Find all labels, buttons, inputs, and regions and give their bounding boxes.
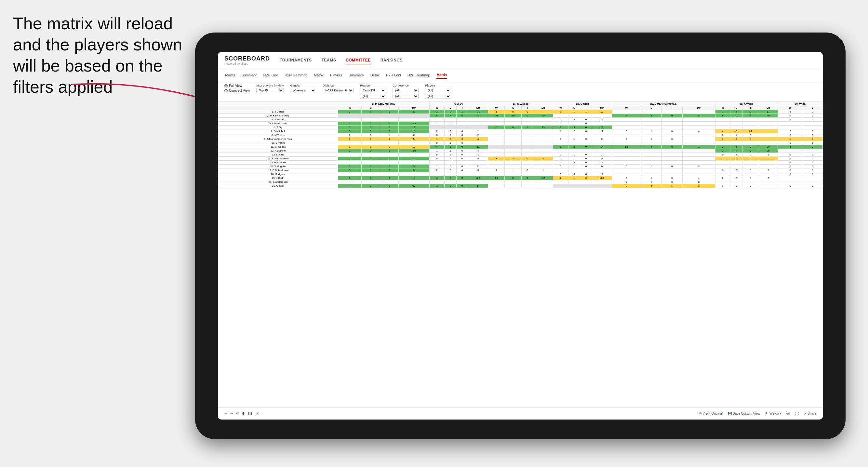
matrix-cell: 0 <box>778 161 803 164</box>
matrix-cell: 0 <box>580 145 592 149</box>
matrix-cell: 7 <box>338 126 361 129</box>
matrix-cell: 1 <box>568 110 580 114</box>
gender-select[interactable]: Women's <box>290 88 316 93</box>
watch-button[interactable]: 👁 Watch ▾ <box>765 412 781 415</box>
nav-teams[interactable]: TEAMS <box>322 57 336 64</box>
matrix-cell: 0 <box>661 145 682 149</box>
redo-button[interactable]: ↪ <box>230 412 233 415</box>
matrix-cell-empty <box>488 153 505 157</box>
matrix-cell: 1 <box>715 157 730 161</box>
players-select[interactable]: (All) <box>425 88 451 93</box>
matrix-cell: 1 <box>778 137 803 141</box>
row-player-name: 3. S Jelinek <box>218 118 338 122</box>
matrix-cell: 1 <box>715 110 730 114</box>
toolbar-left: ↩ ↪ ↺ ⚙ 🔲 🕐 <box>224 412 259 415</box>
matrix-cell: 0 <box>580 176 592 180</box>
matrix-cell-empty <box>553 114 568 118</box>
matrix-cell-empty <box>553 168 568 173</box>
matrix-cell-empty <box>759 161 778 164</box>
division-select[interactable]: NCAA Division II <box>322 88 353 93</box>
matrix-content[interactable]: 2. M Kelly Mulcahy 6. A Dy 11. G Woods 2… <box>218 102 823 407</box>
matrix-cell: 1 <box>521 126 533 129</box>
sub-nav-players[interactable]: Players <box>330 72 342 79</box>
matrix-cell: 0 <box>444 168 456 173</box>
matrix-cell: 2 <box>568 129 580 133</box>
filters-bar: Full View Compact View Max players in vi… <box>218 81 823 102</box>
matrix-cell: 0 <box>742 153 759 157</box>
matrix-cell-empty <box>612 118 641 122</box>
sub-nav-teams[interactable]: Teams <box>224 72 235 79</box>
sub-nav-h2h-grid2[interactable]: H2H Grid <box>386 72 401 79</box>
matrix-cell-empty <box>592 168 612 173</box>
matrix-cell: 2 <box>429 168 444 173</box>
logo-scoreboard: SCOREBOARD <box>224 55 270 62</box>
clock-button[interactable]: 🕐 <box>255 412 259 415</box>
full-view-radio[interactable] <box>224 84 228 88</box>
refresh-button[interactable]: ↺ <box>236 412 239 415</box>
matrix-cell: 2 <box>803 110 823 114</box>
matrix-cell: 4 <box>778 145 803 149</box>
matrix-cell: 1 <box>444 153 456 157</box>
nav-committee[interactable]: COMMITTEE <box>346 57 371 64</box>
matrix-cell: 1 <box>361 176 380 180</box>
region-sub-select[interactable]: (All) <box>360 94 386 99</box>
matrix-cell: 0 <box>456 164 468 168</box>
sub-nav-summary[interactable]: Summary <box>241 72 257 79</box>
matrix-cell-empty <box>612 133 641 137</box>
matrix-cell-empty <box>380 118 398 122</box>
annotation-text: The matrix will reload and the players s… <box>13 13 202 98</box>
full-view-option[interactable]: Full View <box>224 84 250 88</box>
zoom-button[interactable]: 🔲 <box>248 412 252 415</box>
matrix-cell: 1 <box>444 141 456 145</box>
matrix-cell-empty <box>444 126 456 129</box>
matrix-cell-empty <box>661 141 682 145</box>
sub-nav-detail[interactable]: Detail <box>370 72 379 79</box>
save-custom-button[interactable]: 💾 Save Custom View <box>728 412 760 415</box>
conference-select[interactable]: (All) <box>393 88 418 93</box>
matrix-cell-empty <box>398 161 429 164</box>
matrix-cell-empty <box>580 184 592 188</box>
matrix-cell: 1 <box>568 122 580 126</box>
matrix-cell: 2 <box>778 110 803 114</box>
row-player-name: 13. N Klug <box>218 153 338 157</box>
nav-tournaments[interactable]: TOURNAMENTS <box>280 57 312 64</box>
matrix-cell-empty <box>429 173 444 176</box>
region-select[interactable]: East - DII <box>360 88 386 93</box>
sub-nav-h2h-grid[interactable]: H2H Grid <box>263 72 278 79</box>
sub-nav-h2h-heatmap[interactable]: H2H Heatmap <box>285 72 307 79</box>
settings-button[interactable]: ⚙ <box>242 412 245 415</box>
matrix-cell-empty <box>742 122 759 126</box>
table-row: 8. M Torres0010010201000 <box>218 133 823 137</box>
nav-rankings[interactable]: RANKINGS <box>380 57 403 64</box>
compact-view-option[interactable]: Compact View <box>224 89 250 92</box>
matrix-cell-empty <box>533 118 553 122</box>
share-button[interactable]: ↗ Share <box>804 412 816 415</box>
matrix-cell-empty <box>612 110 641 114</box>
matrix-cell: 0 <box>456 114 468 118</box>
sh-l2: L <box>444 106 456 110</box>
players-sub-select[interactable]: (All) <box>425 94 451 99</box>
undo-button[interactable]: ↩ <box>224 412 227 415</box>
matrix-cell-empty <box>533 129 553 133</box>
sub-nav-h2h-heatmap2[interactable]: H2H Heatmap <box>407 72 430 79</box>
comment-button[interactable]: 💬 <box>786 412 790 415</box>
matrix-cell: 1 <box>505 168 521 173</box>
matrix-cell-empty <box>641 149 662 153</box>
sub-nav-matrix2[interactable]: Matrix <box>436 71 447 79</box>
view-original-button[interactable]: 👁 View: Original <box>699 412 723 415</box>
matrix-cell-empty <box>533 164 553 168</box>
fullscreen-button[interactable]: ⛶ <box>796 412 799 415</box>
matrix-cell-empty <box>456 118 468 122</box>
matrix-cell: 1 <box>338 137 361 141</box>
matrix-cell-empty <box>488 184 505 188</box>
sub-nav-matrix[interactable]: Matrix <box>314 72 323 79</box>
matrix-cell-empty <box>338 114 361 118</box>
matrix-cell: 0 <box>778 133 803 137</box>
gender-filter: Gender Women's <box>290 84 316 93</box>
compact-view-radio[interactable] <box>224 89 228 92</box>
sub-nav-summary2[interactable]: Summary <box>349 72 364 79</box>
max-players-select[interactable]: Top 25 <box>256 88 284 93</box>
conference-sub-select[interactable]: (All) <box>393 94 418 99</box>
matrix-cell: 18 <box>398 129 429 133</box>
matrix-cell: 2 <box>444 129 456 133</box>
